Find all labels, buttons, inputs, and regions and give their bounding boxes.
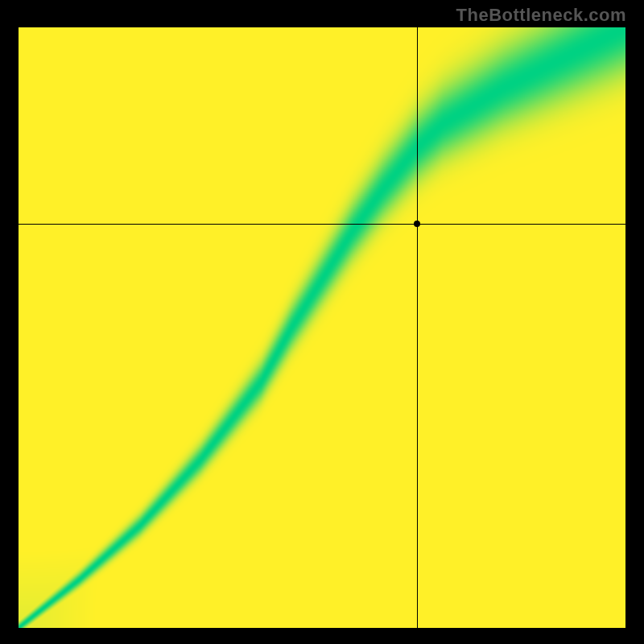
heatmap-plot (19, 27, 625, 628)
heatmap-canvas (19, 27, 625, 628)
watermark-text: TheBottleneck.com (456, 5, 626, 26)
crosshair-horizontal (19, 224, 625, 225)
crosshair-marker-dot (414, 221, 420, 227)
chart-frame: TheBottleneck.com (0, 0, 644, 644)
crosshair-vertical (417, 27, 418, 628)
